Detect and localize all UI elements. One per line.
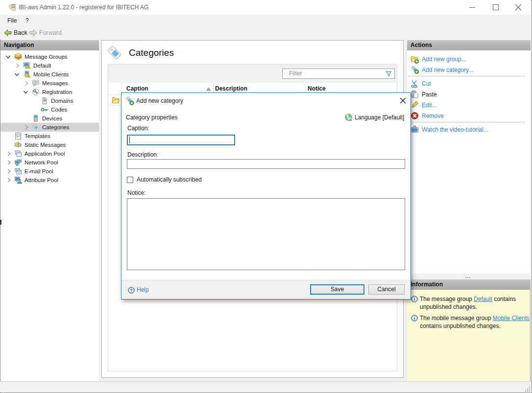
svg-text:?: ? [130,287,133,293]
